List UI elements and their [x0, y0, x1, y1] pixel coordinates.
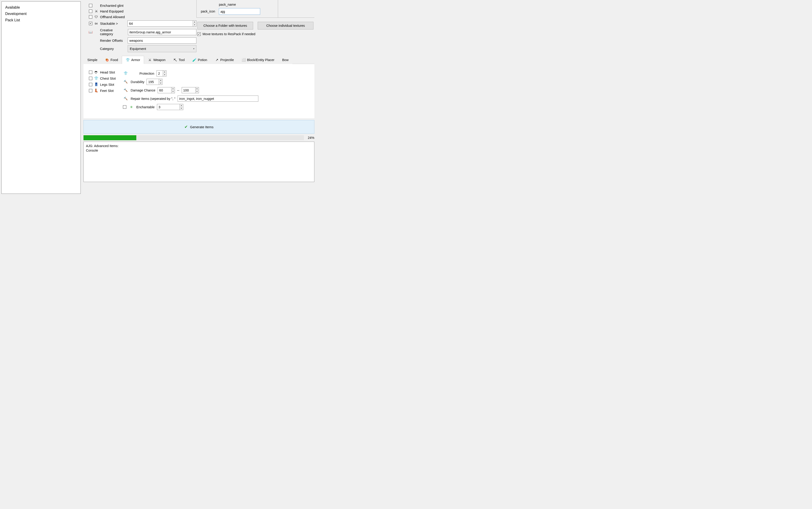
block-icon: ⬜ — [242, 58, 246, 62]
legs-slot-label: Legs Slot — [100, 82, 114, 87]
damage-min-up[interactable]: ▲ — [172, 88, 175, 90]
sidebar-list: Available Development Pack List — [1, 1, 81, 194]
damage-max-up[interactable]: ▲ — [195, 88, 199, 90]
generate-items-label: Generate Items — [190, 125, 214, 129]
item-properties-column: Enchanted glint ⚔ Hand Equipped 🛡 Offhan… — [83, 0, 196, 54]
generate-items-button[interactable]: ✔ Generate Items — [83, 120, 315, 134]
leggings-icon: 👖 — [94, 82, 98, 87]
check-icon: ✔ — [184, 124, 188, 129]
stackable-input[interactable] — [127, 21, 193, 27]
console-line: AJG: Advanced Items: — [86, 144, 312, 148]
enchantable-spinner[interactable]: ▲▼ — [157, 104, 183, 110]
enchantable-input[interactable] — [157, 104, 180, 110]
sparkle-icon — [94, 3, 98, 7]
damage-max-down[interactable]: ▼ — [195, 90, 199, 93]
damage-sep: -- — [177, 89, 179, 92]
hand-equipped-checkbox[interactable] — [89, 9, 92, 13]
choose-folder-button[interactable]: Choose a Folder with textures — [197, 22, 253, 30]
repair-items-input[interactable] — [178, 96, 258, 102]
enchantable-checkbox[interactable] — [123, 105, 126, 109]
render-offsets-input[interactable] — [128, 37, 196, 43]
weapon-icon: ⚔ — [148, 58, 152, 62]
enchant-icon: ✳ — [128, 105, 134, 109]
damage-min-input[interactable] — [158, 87, 171, 93]
stack-64-icon: 64 — [94, 22, 98, 26]
creative-category-input[interactable] — [128, 29, 196, 35]
shield-icon: 🛡 — [94, 15, 98, 19]
hammer-icon: 🔨 — [123, 97, 128, 101]
chevron-down-icon: ▾ — [193, 47, 194, 50]
damage-min-down[interactable]: ▼ — [172, 90, 175, 93]
projectile-icon: ↗ — [215, 58, 219, 62]
hand-equipped-label: Hand Equipped — [100, 9, 123, 13]
damage-max-spinner[interactable]: ▲▼ — [182, 87, 199, 93]
tab-projectile[interactable]: ↗Projectile — [211, 56, 238, 64]
pack-name-label: pack_name — [219, 3, 274, 6]
head-slot-checkbox[interactable] — [89, 71, 92, 74]
move-textures-checkbox[interactable] — [197, 32, 201, 36]
tab-simple[interactable]: Simple — [83, 56, 101, 64]
chest-slot-label: Chest Slot — [100, 76, 116, 80]
stackable-spinner[interactable]: ▲▼ — [127, 21, 196, 27]
tab-armor[interactable]: 👕Armor — [122, 56, 144, 64]
helmet-icon: ⛑ — [94, 70, 98, 74]
console-output: AJG: Advanced Items: Console — [83, 142, 315, 182]
sidebar-item-pack-list[interactable]: Pack List — [3, 17, 79, 23]
damage-min-spinner[interactable]: ▲▼ — [158, 87, 175, 93]
progress-bar: 24% — [83, 135, 315, 140]
durability-input[interactable] — [147, 79, 159, 85]
chest-slot-checkbox[interactable] — [89, 77, 92, 80]
legs-slot-checkbox[interactable] — [89, 83, 92, 86]
category-select[interactable]: Equipment ▾ — [128, 45, 196, 52]
armor-icon: 👕 — [126, 58, 130, 62]
enchanted-glint-checkbox[interactable] — [89, 4, 92, 7]
stackable-down[interactable]: ▼ — [193, 24, 196, 26]
stackable-label: Stackable > — [100, 22, 126, 25]
durability-label: Durability — [131, 80, 144, 84]
armor-tab-content: ⛑ Head Slot 👕 Chest Slot 👖 Legs Slot 👢 F — [83, 64, 315, 118]
tab-weapon[interactable]: ⚔Weapon — [144, 56, 170, 64]
offhand-allowed-label: Offhand Allowed — [100, 15, 125, 19]
protection-down[interactable]: ▼ — [163, 73, 166, 76]
category-label: Category — [100, 47, 126, 50]
enchantable-up[interactable]: ▲ — [180, 104, 183, 107]
console-line: Console — [86, 148, 312, 153]
pack-column: pack_icon pack_name Choose a Folder with… — [196, 0, 315, 54]
durability-spinner[interactable]: ▲▼ — [147, 79, 162, 85]
pack-name-input[interactable] — [219, 8, 260, 15]
durability-down[interactable]: ▼ — [159, 82, 162, 84]
tab-tool[interactable]: ⛏Tool — [170, 56, 189, 64]
protection-up[interactable]: ▲ — [163, 71, 166, 73]
tabs-bar: Simple 🍖Food 👕Armor ⚔Weapon ⛏Tool 🧪Potio… — [83, 56, 315, 64]
damage-chance-label: Damage Chance — [131, 89, 155, 92]
tab-block-placer[interactable]: ⬜Block/Entity Placer — [238, 56, 278, 64]
pack-icon-label: pack_icon — [199, 1, 217, 15]
sidebar-item-development[interactable]: Development — [3, 11, 79, 17]
stackable-up[interactable]: ▲ — [193, 21, 196, 24]
head-slot-label: Head Slot — [100, 70, 115, 74]
feet-slot-checkbox[interactable] — [89, 89, 92, 92]
render-offsets-label: Render Offsets — [100, 39, 126, 42]
protection-label: Protection — [131, 72, 154, 75]
progress-fill — [83, 135, 136, 140]
offhand-allowed-checkbox[interactable] — [89, 15, 92, 19]
hammer-icon: 🔨 — [123, 80, 128, 84]
tool-icon: ⛏ — [173, 58, 177, 62]
durability-up[interactable]: ▲ — [159, 79, 162, 82]
sidebar: Available Development Pack List — [0, 0, 82, 198]
enchantable-down[interactable]: ▼ — [180, 107, 183, 110]
enchantable-label: Enchantable — [136, 105, 155, 109]
tab-bow[interactable]: Bow — [278, 56, 292, 64]
protection-input[interactable] — [156, 70, 163, 76]
potion-icon: 🧪 — [192, 58, 196, 62]
boots-icon: 👢 — [94, 89, 98, 93]
food-icon: 🍖 — [105, 58, 109, 62]
damage-max-input[interactable] — [182, 87, 195, 93]
tab-potion[interactable]: 🧪Potion — [188, 56, 211, 64]
book-icon: 📖 — [89, 30, 92, 34]
choose-individual-button[interactable]: Choose individual textures — [258, 22, 313, 30]
tab-food[interactable]: 🍖Food — [101, 56, 122, 64]
sidebar-item-available[interactable]: Available — [3, 4, 79, 11]
protection-spinner[interactable]: ▲▼ — [156, 70, 167, 76]
stackable-checkbox[interactable] — [89, 22, 92, 25]
